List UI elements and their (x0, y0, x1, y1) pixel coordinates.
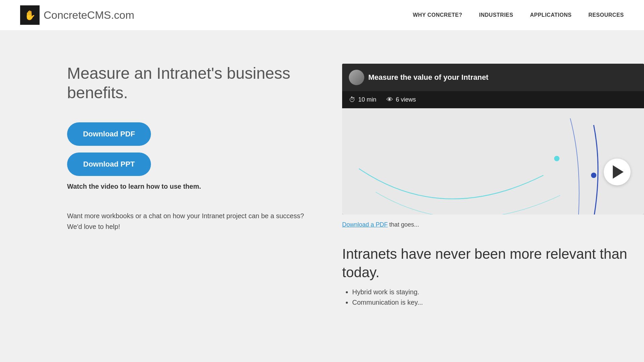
main-content: Measure an Intranet's business benefits.… (0, 30, 644, 362)
video-views: 👁 6 views (386, 96, 416, 104)
eye-icon: 👁 (386, 96, 393, 104)
play-icon (613, 165, 624, 179)
logo-icon: ✋ (20, 5, 40, 25)
nav-item-industries[interactable]: INDUSTRIES (479, 12, 513, 18)
intranet-heading: Intranets have never been more relevant … (342, 245, 644, 282)
clock-icon: ⏱ (349, 96, 356, 104)
video-card: Measure the value of your Intranet ⏱ 10 … (342, 64, 644, 215)
below-video-section: Download a PDF that goes... (342, 215, 644, 235)
below-video-text: that goes... (389, 221, 419, 228)
intranet-section: Intranets have never been more relevant … (342, 245, 644, 306)
play-button[interactable] (604, 159, 631, 185)
avatar (349, 70, 364, 85)
video-title: Measure the value of your Intranet (368, 73, 488, 82)
list-item: Hybrid work is staying. (352, 288, 644, 296)
video-duration: ⏱ 10 min (349, 96, 376, 104)
list-item: Communication is key... (352, 299, 644, 306)
video-meta: ⏱ 10 min 👁 6 views (342, 91, 644, 108)
views-text: 6 views (396, 96, 416, 103)
bullet-list: Hybrid work is staying. Communication is… (342, 288, 644, 306)
logo[interactable]: ✋ ConcreteCMS.com (20, 5, 134, 25)
main-heading: Measure an Intranet's business benefits. (67, 64, 315, 102)
svg-point-0 (554, 156, 559, 161)
logo-suffix: .com (111, 9, 134, 21)
download-ppt-button[interactable]: Download PPT (67, 153, 151, 176)
nav-item-applications[interactable]: APPLICATIONS (530, 12, 572, 18)
main-nav: WHY CONCRETE? INDUSTRIES APPLICATIONS RE… (413, 12, 624, 18)
bottom-description: Want more workbooks or a chat on how you… (67, 210, 309, 232)
video-preview (342, 108, 644, 215)
download-pdf-button[interactable]: Download PDF (67, 122, 151, 146)
download-pdf-link[interactable]: Download a PDF (342, 221, 388, 228)
site-header: ✋ ConcreteCMS.com WHY CONCRETE? INDUSTRI… (0, 0, 644, 30)
svg-point-1 (591, 173, 596, 178)
watch-video-text: Watch the video to learn how to use them… (67, 183, 315, 190)
logo-text: ConcreteCMS.com (44, 9, 134, 21)
right-panel: Measure the value of your Intranet ⏱ 10 … (342, 30, 644, 362)
duration-text: 10 min (358, 96, 376, 103)
nav-item-why-concrete[interactable]: WHY CONCRETE? (413, 12, 463, 18)
nav-item-resources[interactable]: RESOURCES (588, 12, 624, 18)
decorative-lines (342, 108, 644, 215)
logo-brand: ConcreteCMS (44, 9, 111, 21)
video-header: Measure the value of your Intranet (342, 64, 644, 91)
avatar-image (349, 70, 364, 85)
left-panel: Measure an Intranet's business benefits.… (0, 30, 342, 362)
